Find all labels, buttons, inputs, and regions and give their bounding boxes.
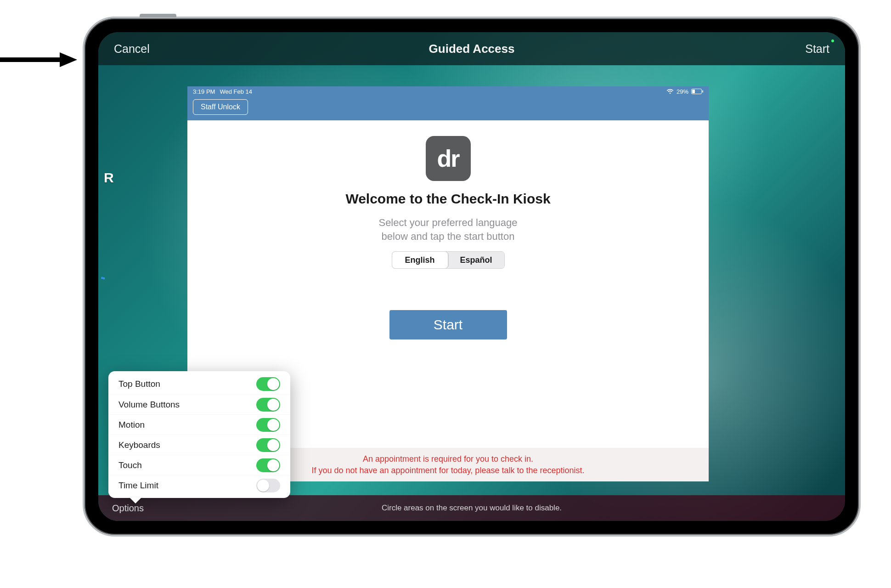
option-toggle[interactable] bbox=[256, 418, 280, 432]
guided-access-footer: Options Circle areas on the screen you w… bbox=[98, 495, 845, 521]
option-toggle[interactable] bbox=[256, 438, 280, 452]
option-label: Touch bbox=[118, 460, 142, 470]
option-toggle[interactable] bbox=[256, 479, 280, 492]
wifi-icon bbox=[666, 89, 674, 94]
language-segmented-control[interactable]: English Español bbox=[392, 251, 505, 269]
status-time: 3:19 PM bbox=[193, 88, 215, 95]
ipad-frame: Cancel Guided Access Start R ⇆ 3:19 PM W… bbox=[83, 17, 861, 537]
background-app-letter: R bbox=[104, 170, 114, 186]
option-row: Time Limit bbox=[108, 475, 290, 495]
cancel-button[interactable]: Cancel bbox=[114, 42, 150, 56]
background-tiny-glyph: ⇆ bbox=[101, 276, 105, 281]
options-popover: Top ButtonVolume ButtonsMotionKeyboardsT… bbox=[108, 371, 290, 498]
start-button[interactable]: Start bbox=[805, 42, 829, 56]
option-row: Motion bbox=[108, 414, 290, 435]
option-label: Top Button bbox=[118, 379, 160, 389]
kiosk-body: dr Welcome to the Check-In Kiosk Select … bbox=[187, 120, 709, 339]
subtitle-line1: Select your preferred language bbox=[378, 217, 517, 228]
annotation-arrow bbox=[0, 51, 78, 69]
kiosk-start-button[interactable]: Start bbox=[389, 310, 507, 339]
option-toggle[interactable] bbox=[256, 398, 280, 412]
option-label: Time Limit bbox=[118, 481, 158, 491]
option-row: Volume Buttons bbox=[108, 394, 290, 414]
language-english[interactable]: English bbox=[392, 252, 448, 268]
svg-rect-4 bbox=[702, 90, 703, 93]
option-label: Volume Buttons bbox=[118, 400, 180, 410]
welcome-heading: Welcome to the Check-In Kiosk bbox=[345, 191, 550, 207]
ipad-screen: Cancel Guided Access Start R ⇆ 3:19 PM W… bbox=[98, 32, 845, 521]
option-row: Top Button bbox=[108, 374, 290, 394]
options-button[interactable]: Options bbox=[112, 503, 144, 514]
app-logo: dr bbox=[426, 136, 471, 181]
guided-access-title: Guided Access bbox=[98, 42, 845, 56]
staff-unlock-button[interactable]: Staff Unlock bbox=[193, 99, 248, 115]
language-spanish[interactable]: Español bbox=[448, 252, 504, 268]
option-row: Touch bbox=[108, 455, 290, 475]
guided-access-bar: Cancel Guided Access Start bbox=[98, 32, 845, 65]
svg-marker-1 bbox=[60, 52, 77, 67]
welcome-subtitle: Select your preferred language below and… bbox=[378, 216, 517, 243]
kiosk-header: 3:19 PM Wed Feb 14 29% bbox=[187, 86, 709, 120]
svg-rect-3 bbox=[692, 90, 695, 93]
battery-icon bbox=[691, 89, 703, 94]
kiosk-status-bar: 3:19 PM Wed Feb 14 29% bbox=[187, 86, 709, 96]
battery-percent: 29% bbox=[677, 88, 688, 95]
option-toggle[interactable] bbox=[256, 458, 280, 472]
subtitle-line2: below and tap the start button bbox=[382, 231, 515, 242]
status-date: Wed Feb 14 bbox=[220, 88, 252, 95]
option-label: Keyboards bbox=[118, 440, 160, 450]
guided-access-hint: Circle areas on the screen you would lik… bbox=[98, 503, 845, 513]
option-label: Motion bbox=[118, 420, 145, 430]
option-row: Keyboards bbox=[108, 435, 290, 455]
option-toggle[interactable] bbox=[256, 377, 280, 391]
